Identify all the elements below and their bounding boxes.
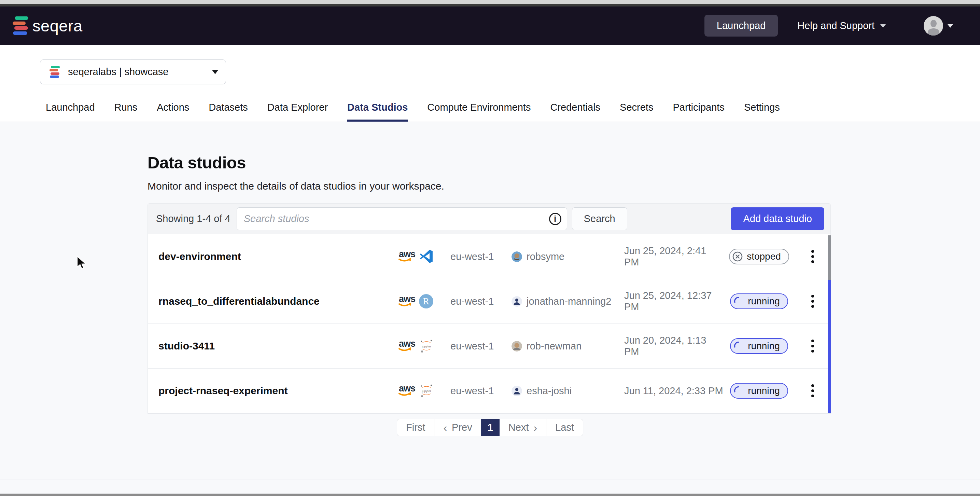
studio-date: Jun 20, 2024, 1:13 PM — [624, 335, 723, 357]
status-label: running — [748, 341, 780, 351]
table-scrollbar[interactable] — [828, 235, 831, 413]
studio-name[interactable]: project-rnaseq-experiment — [158, 385, 398, 397]
table-row[interactable]: dev-environment aws eu-west-1 robsyme Ju… — [148, 234, 830, 279]
studio-icons: aws jupyter — [398, 383, 450, 398]
tab-launchpad[interactable]: Launchpad — [46, 102, 95, 121]
studio-region: eu-west-1 — [450, 341, 512, 352]
workspace-selector[interactable]: seqeralabs | showcase — [40, 59, 226, 85]
r-language-icon: R — [419, 294, 433, 308]
chevron-down-icon — [880, 24, 886, 28]
table-toolbar: Showing 1-4 of 4 i Search Add data studi… — [148, 204, 830, 234]
chevron-down-icon — [212, 70, 218, 74]
provider-icon-slot: aws — [398, 250, 414, 263]
studio-date: Jun 11, 2024, 2:33 PM — [624, 385, 723, 397]
tool-icon-slot: R — [419, 294, 433, 308]
tool-icon-slot — [419, 249, 433, 264]
pagination-first[interactable]: First — [397, 419, 434, 436]
tab-data-studios[interactable]: Data Studios — [347, 102, 408, 121]
tool-icon-slot: jupyter — [419, 383, 434, 398]
add-data-studio-button[interactable]: Add data studio — [731, 207, 824, 230]
avatar-slot — [512, 296, 522, 307]
studio-date: Jun 25, 2024, 12:37 PM — [624, 290, 723, 313]
studio-name[interactable]: studio-3411 — [158, 340, 398, 352]
row-menu-button[interactable] — [809, 248, 816, 265]
workspace-dropdown-button[interactable] — [204, 60, 226, 84]
studio-name[interactable]: dev-environment — [158, 251, 398, 262]
studio-username: rob-newman — [527, 341, 582, 352]
table-row[interactable]: studio-3411 aws jupyter eu-west-1 rob-ne… — [148, 324, 830, 368]
studio-user: esha-joshi — [512, 385, 624, 397]
studio-username: esha-joshi — [527, 385, 572, 397]
studio-icons: aws jupyter — [398, 338, 450, 354]
table-row[interactable]: rnaseq_to_differentialabundance aws R eu… — [148, 279, 830, 324]
seqera-logo[interactable]: seqera — [13, 16, 83, 35]
search-button[interactable]: Search — [572, 207, 627, 230]
showing-count: Showing 1-4 of 4 — [156, 213, 231, 225]
status-cell: stopped — [723, 249, 795, 265]
scrollbar-thumb[interactable] — [828, 235, 831, 280]
pagination-last[interactable]: Last — [546, 419, 583, 436]
aws-icon: aws — [398, 339, 414, 353]
info-icon[interactable]: i — [549, 213, 562, 225]
avatar-slot — [512, 251, 522, 262]
svg-text:jupyter: jupyter — [422, 344, 431, 348]
pagination-prev[interactable]: ‹ Prev — [434, 419, 481, 436]
provider-icon-slot: aws — [398, 295, 414, 308]
tabbar-divider — [0, 121, 980, 122]
tab-datasets[interactable]: Datasets — [208, 102, 248, 121]
search-input-wrap: i — [237, 207, 567, 230]
browser-bottom-edge — [0, 494, 980, 496]
studio-icons: aws — [398, 249, 450, 264]
studio-username: jonathan-manning2 — [527, 296, 611, 307]
aws-icon: aws — [398, 250, 414, 263]
stopped-circle-x-icon — [732, 251, 743, 262]
chevron-right-icon: › — [533, 422, 537, 433]
tab-participants[interactable]: Participants — [673, 102, 725, 121]
studio-icons: aws R — [398, 294, 450, 308]
tool-icon-slot: jupyter — [419, 338, 434, 354]
workspace-name: seqeralabs | showcase — [68, 66, 204, 78]
tab-credentials[interactable]: Credentials — [550, 102, 600, 121]
studio-name[interactable]: rnaseq_to_differentialabundance — [158, 295, 398, 307]
provider-icon-slot: aws — [398, 384, 414, 398]
status-icon-slot — [732, 251, 743, 262]
logo-wordmark: seqera — [32, 16, 83, 35]
pagination-next[interactable]: Next › — [500, 419, 546, 436]
status-icon-slot — [733, 340, 745, 352]
running-spinner-icon — [733, 385, 745, 397]
status-badge: running — [730, 338, 788, 354]
row-menu-button[interactable] — [809, 382, 816, 399]
search-input[interactable] — [237, 208, 549, 230]
svg-text:jupyter: jupyter — [422, 389, 431, 393]
chevron-down-icon — [947, 24, 953, 28]
table-row[interactable]: project-rnaseq-experiment aws jupyter eu… — [148, 368, 830, 413]
tab-secrets[interactable]: Secrets — [620, 102, 653, 121]
help-and-support-menu[interactable]: Help and Support — [797, 20, 886, 32]
studio-user: jonathan-manning2 — [512, 296, 624, 307]
workspace-tabs: LaunchpadRunsActionsDatasetsData Explore… — [46, 102, 780, 121]
footer-divider — [0, 480, 980, 480]
studio-username: robsyme — [527, 251, 565, 262]
aws-icon: aws — [398, 384, 414, 398]
user-generic-icon — [512, 386, 522, 396]
row-menu-button[interactable] — [809, 293, 816, 310]
status-badge: running — [730, 293, 788, 309]
tab-data-explorer[interactable]: Data Explorer — [267, 102, 328, 121]
status-label: stopped — [747, 251, 781, 262]
user-photo-avatar — [512, 251, 522, 262]
data-studios-table: Showing 1-4 of 4 i Search Add data studi… — [148, 203, 831, 414]
row-menu-button[interactable] — [809, 338, 816, 354]
studios-table-body: dev-environment aws eu-west-1 robsyme Ju… — [148, 234, 830, 413]
status-badge: running — [730, 383, 788, 399]
launchpad-button[interactable]: Launchpad — [705, 15, 778, 37]
user-photo-avatar — [512, 341, 522, 351]
user-menu[interactable] — [924, 16, 953, 35]
workspace-org-icon — [49, 66, 60, 78]
tab-runs[interactable]: Runs — [115, 102, 138, 121]
studio-region: eu-west-1 — [450, 385, 512, 397]
studio-region: eu-west-1 — [450, 296, 512, 307]
tab-settings[interactable]: Settings — [744, 102, 780, 121]
tab-actions[interactable]: Actions — [157, 102, 189, 121]
tab-compute-environments[interactable]: Compute Environments — [427, 102, 531, 121]
pagination-current-page[interactable]: 1 — [481, 419, 500, 436]
